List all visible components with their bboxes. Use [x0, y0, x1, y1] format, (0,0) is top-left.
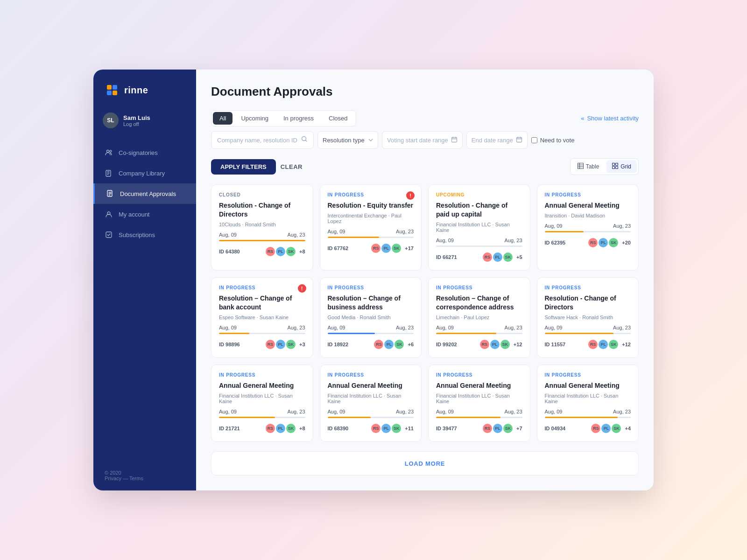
- mini-avatar: RS: [370, 423, 381, 434]
- card-title: Resolution – Change of business address: [328, 294, 414, 312]
- progress-bar: [219, 240, 305, 241]
- tab-upcoming[interactable]: Upcoming: [234, 112, 275, 125]
- tab-closed[interactable]: Closed: [322, 112, 354, 125]
- table-view-button[interactable]: Table: [572, 160, 605, 173]
- search-input[interactable]: [217, 137, 297, 144]
- card-title: Annual General Meeting: [328, 381, 414, 390]
- card-status: IN PROGRESS: [545, 192, 631, 197]
- logo-cell-3: [107, 91, 112, 95]
- grid-view-label: Grid: [620, 163, 631, 170]
- tab-in-progress[interactable]: In progress: [277, 112, 320, 125]
- privacy-link[interactable]: Privacy: [105, 476, 121, 481]
- need-to-vote-label[interactable]: Need to vote: [531, 137, 575, 144]
- tab-all[interactable]: All: [213, 112, 233, 125]
- card-date-end: Aug, 23: [613, 325, 631, 330]
- avatar-count: +6: [408, 342, 414, 347]
- sidebar-item-document-approvals[interactable]: Document Approvals: [93, 183, 196, 204]
- avatar-count: +7: [516, 426, 522, 431]
- card-5[interactable]: IN PROGRESS Resolution – Change of busin…: [320, 277, 422, 358]
- mini-avatar: PL: [598, 237, 609, 248]
- load-more-button[interactable]: LOAD MORE: [405, 460, 445, 467]
- card-dates: Aug, 09 Aug, 23: [328, 229, 414, 234]
- end-date-label: End date range: [472, 137, 513, 144]
- card-date-start: Aug, 09: [545, 325, 563, 330]
- logo-text: rinne: [124, 85, 148, 96]
- card-0[interactable]: CLOSED Resolution - Change of Directors …: [211, 184, 313, 271]
- latest-activity-button[interactable]: « Show latest activity: [581, 115, 639, 122]
- sidebar-item-company-library[interactable]: Company Library: [93, 163, 196, 183]
- mini-avatar: PL: [489, 339, 500, 350]
- card-3[interactable]: IN PROGRESS Annual General Meeting Itran…: [537, 184, 639, 271]
- logo-icon: [105, 83, 120, 98]
- card-footer: ID 62395 RSPLSK +20: [545, 237, 631, 248]
- svg-rect-10: [613, 163, 615, 166]
- mini-avatar: SK: [394, 339, 405, 350]
- main-content: Document Approvals All Upcoming In progr…: [196, 70, 654, 490]
- mini-avatar: RS: [587, 339, 599, 350]
- card-2[interactable]: UPCOMING Resolution - Change of paid up …: [428, 184, 530, 271]
- card-status: CLOSED: [219, 192, 305, 197]
- card-avatars: RSPLSK +20: [587, 237, 631, 248]
- avatar-count: +12: [514, 342, 522, 347]
- table-icon: [578, 163, 584, 170]
- card-id: ID 64380: [219, 249, 240, 254]
- card-dates: Aug, 09 Aug, 23: [436, 238, 522, 243]
- progress-bar: [328, 333, 414, 334]
- tabs-row: All Upcoming In progress Closed « Show l…: [211, 110, 639, 126]
- mini-avatar: RS: [265, 246, 276, 257]
- card-8[interactable]: IN PROGRESS Annual General Meeting Finan…: [211, 364, 313, 442]
- card-date-end: Aug, 23: [288, 409, 305, 414]
- card-date-start: Aug, 09: [219, 409, 237, 414]
- card-date-start: Aug, 09: [545, 409, 563, 414]
- card-title: Resolution - Change of paid up capital: [436, 201, 522, 219]
- card-meta: Intercontinental Exchange · Paul Lopez: [328, 213, 414, 224]
- card-date-start: Aug, 09: [219, 325, 237, 330]
- card-11[interactable]: IN PROGRESS Annual General Meeting Finan…: [537, 364, 639, 442]
- card-6[interactable]: IN PROGRESS Resolution – Change of corre…: [428, 277, 530, 358]
- card-4[interactable]: ! IN PROGRESS Resolution – Change of ban…: [211, 277, 313, 358]
- view-toggle: Table Grid: [570, 158, 639, 175]
- card-10[interactable]: IN PROGRESS Annual General Meeting Finan…: [428, 364, 530, 442]
- card-1[interactable]: ! IN PROGRESS Resolution - Equity transf…: [320, 184, 422, 271]
- card-status: IN PROGRESS: [545, 372, 631, 378]
- sidebar-item-co-signatories[interactable]: Co-signatories: [93, 142, 196, 163]
- card-dates: Aug, 09 Aug, 23: [328, 325, 414, 330]
- clear-filters-button[interactable]: CLEAR: [281, 163, 303, 170]
- card-title: Resolution - Change of Directors: [219, 201, 305, 219]
- card-status: IN PROGRESS: [328, 372, 414, 378]
- grid-view-button[interactable]: Grid: [606, 160, 637, 173]
- card-dates: Aug, 09 Aug, 23: [219, 325, 305, 330]
- terms-link[interactable]: Terms: [129, 476, 143, 481]
- progress-fill: [328, 417, 371, 418]
- card-7[interactable]: IN PROGRESS Resolution - Change of Direc…: [537, 277, 639, 358]
- card-footer: ID 18922 RSPLSK +6: [328, 339, 414, 350]
- sidebar: rinne SL Sam Luis Log off Co-signat: [93, 70, 196, 490]
- sidebar-item-document-approvals-label: Document Approvals: [120, 190, 176, 197]
- mini-avatar: PL: [275, 246, 286, 257]
- sidebar-item-my-account[interactable]: My account: [93, 204, 196, 224]
- card-meta: 10Clouds · Ronald Smith: [219, 222, 305, 227]
- sidebar-item-subscriptions[interactable]: Subscriptions: [93, 224, 196, 245]
- card-dates: Aug, 09 Aug, 23: [436, 409, 522, 414]
- sidebar-item-subscriptions-label: Subscriptions: [119, 231, 155, 238]
- voting-start-date-label: Voting start date range: [387, 137, 448, 144]
- need-to-vote-checkbox[interactable]: [531, 137, 537, 143]
- resolution-type-select[interactable]: Resolution type: [317, 131, 378, 149]
- progress-bar: [545, 417, 631, 418]
- end-date-input[interactable]: End date range: [466, 131, 528, 149]
- mini-avatar: SK: [391, 243, 402, 254]
- book-icon: [105, 169, 113, 177]
- voting-start-date-input[interactable]: Voting start date range: [382, 131, 463, 149]
- person-icon: [105, 210, 113, 218]
- progress-bar: [436, 417, 522, 418]
- svg-rect-13: [616, 167, 618, 169]
- mini-avatar: SK: [285, 246, 296, 257]
- logoff-link[interactable]: Log off: [123, 121, 150, 127]
- apply-filters-button[interactable]: APPLY FILTERS: [211, 159, 276, 175]
- card-footer: ID 99202 RSPLSK +12: [436, 339, 522, 350]
- card-9[interactable]: IN PROGRESS Annual General Meeting Finan…: [320, 364, 422, 442]
- card-date-end: Aug, 23: [613, 223, 631, 229]
- card-date-end: Aug, 23: [396, 409, 414, 414]
- card-meta: Software Hack · Ronald Smith: [545, 315, 631, 320]
- card-footer: ID 67762 RSPLSK +17: [328, 243, 414, 254]
